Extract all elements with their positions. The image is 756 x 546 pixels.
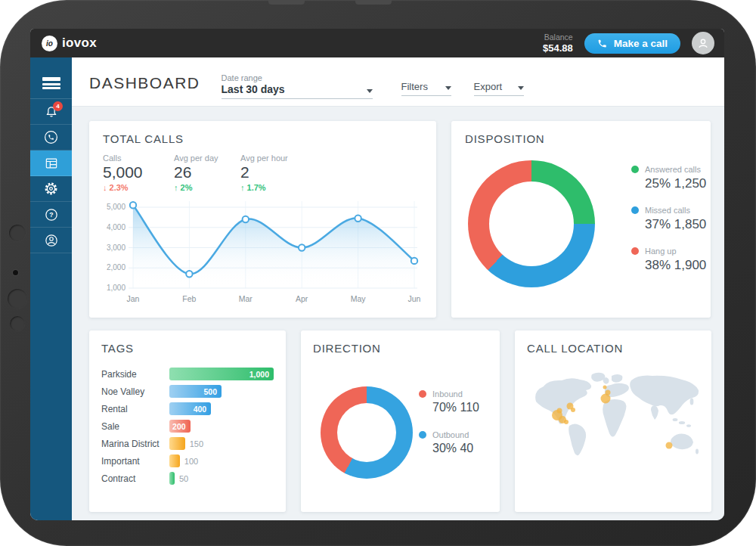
page-header: DASHBOARD Date range Last 30 days Filter… (72, 57, 724, 107)
iovox-logo: io iovox (42, 36, 97, 51)
export-control[interactable]: Export (474, 81, 524, 96)
tag-bar: 200 (169, 420, 191, 433)
tag-bar (169, 437, 185, 450)
phone-icon (597, 39, 607, 48)
avatar[interactable] (692, 32, 714, 54)
disposition-legend: Answered calls25% 1,250Missed calls37% 1… (631, 165, 706, 273)
sidebar-item-dashboard[interactable] (30, 150, 72, 176)
svg-text:?: ? (49, 211, 53, 219)
call-location-title: CALL LOCATION (527, 342, 699, 355)
tag-label: Rental (101, 404, 169, 414)
tag-value: 150 (190, 439, 203, 448)
chevron-down-icon (367, 89, 373, 93)
chevron-down-icon (518, 86, 524, 90)
topbar: io iovox Balance $54.88 Make a call (30, 29, 724, 57)
tablet-top-button (355, 0, 392, 5)
sidebar-item-help[interactable]: ? (30, 202, 72, 228)
make-a-call-label: Make a call (614, 38, 668, 49)
tag-row: Sale200 (101, 417, 274, 435)
legend-dot-icon (631, 206, 639, 214)
filters-label: Filters (401, 81, 428, 92)
stat-avg-per-day: Avg per day 26 ↑ 2% (174, 154, 240, 192)
tag-label: Contract (101, 473, 169, 484)
tablet-side-button (8, 289, 27, 309)
disposition-title: DISPOSITION (465, 132, 697, 145)
legend-label: Answered calls (645, 165, 701, 174)
tag-row: Contract50 (101, 470, 274, 487)
legend-item: Missed calls37% 1,850 (631, 206, 706, 232)
balance-label: Balance (543, 33, 573, 42)
tag-label: Parkside (101, 369, 169, 380)
tag-row: Parkside1,000 (101, 365, 274, 383)
page-title: DASHBOARD (89, 74, 200, 92)
tag-row: Marina District150 (101, 435, 274, 452)
tablet-side-button (9, 225, 26, 241)
svg-text:Feb: Feb (182, 294, 196, 303)
sidebar-item-notifications[interactable]: 4 (30, 99, 72, 125)
user-icon (696, 36, 711, 51)
legend-label: Hang up (645, 247, 677, 256)
disposition-card: DISPOSITION Answered calls25% 1,250Misse… (451, 121, 711, 318)
tags-bar-chart: Parkside1,000Noe Valley500Rental400Sale2… (101, 365, 274, 487)
filters-control[interactable]: Filters (401, 81, 451, 96)
call-location-dot (571, 408, 575, 412)
chevron-down-icon (445, 86, 451, 90)
svg-text:3,000: 3,000 (107, 244, 125, 252)
tag-bar: 1,000 (169, 368, 274, 380)
tablet-camera (13, 270, 18, 275)
stat-label: Calls (103, 154, 174, 163)
date-range-value: Last 30 days (222, 83, 285, 95)
legend-value: 70% 110 (432, 401, 479, 414)
help-icon: ? (44, 207, 59, 222)
legend-dot-icon (419, 390, 426, 398)
sidebar-item-calls[interactable] (30, 125, 72, 150)
dashboard-layout-icon (44, 156, 59, 171)
gear-icon (43, 181, 59, 197)
svg-text:4,000: 4,000 (107, 223, 125, 231)
tag-row: Noe Valley500 (101, 383, 274, 400)
menu-toggle-button[interactable] (30, 57, 72, 99)
tag-label: Noe Valley (101, 386, 169, 397)
disposition-donut-chart (468, 160, 595, 287)
legend-dot-icon (631, 247, 639, 255)
call-location-dot (603, 386, 607, 389)
stat-delta: ↑ 1.7% (240, 183, 311, 192)
stat-value: 26 (174, 163, 240, 181)
tag-bar (169, 454, 180, 467)
notification-badge: 4 (53, 101, 63, 111)
direction-title: DIRECTION (313, 342, 488, 355)
sidebar-item-profile[interactable] (30, 228, 72, 253)
tag-value: 50 (179, 474, 188, 483)
legend-value: 30% 40 (432, 442, 479, 455)
legend-dot-icon (631, 166, 639, 173)
legend-item: Outbound30% 40 (419, 430, 479, 455)
profile-icon (44, 233, 59, 248)
date-range-control[interactable]: Date range Last 30 days (222, 73, 401, 99)
iovox-logo-icon: io (42, 36, 57, 51)
legend-value: 38% 1,900 (645, 258, 706, 273)
tablet-top-button (268, 0, 305, 5)
tag-label: Marina District (101, 439, 169, 449)
svg-text:1,000: 1,000 (107, 284, 125, 292)
legend-value: 37% 1,850 (645, 217, 706, 232)
legend-dot-icon (419, 431, 426, 439)
stat-value: 2 (240, 163, 311, 181)
direction-legend: Inbound70% 110Outbound30% 40 (419, 389, 479, 455)
call-location-dot (606, 390, 611, 396)
sidebar-item-settings[interactable] (30, 176, 72, 202)
tag-bar (169, 472, 175, 485)
make-a-call-button[interactable]: Make a call (584, 33, 680, 54)
stat-label: Avg per hour (240, 154, 311, 163)
tag-value: 100 (184, 457, 198, 466)
call-location-card: CALL LOCATION (515, 330, 711, 512)
tag-bar: 500 (169, 385, 222, 398)
tag-row: Important100 (101, 452, 274, 470)
legend-item: Answered calls25% 1,250 (631, 165, 706, 191)
svg-text:May: May (351, 294, 367, 303)
legend-label: Inbound (432, 389, 463, 399)
tablet-side-button (10, 316, 25, 331)
stat-avg-per-hour: Avg per hour 2 ↑ 1.7% (240, 154, 311, 192)
tag-bar: 400 (169, 402, 211, 415)
tags-title: TAGS (101, 342, 274, 355)
tag-label: Important (101, 456, 169, 467)
